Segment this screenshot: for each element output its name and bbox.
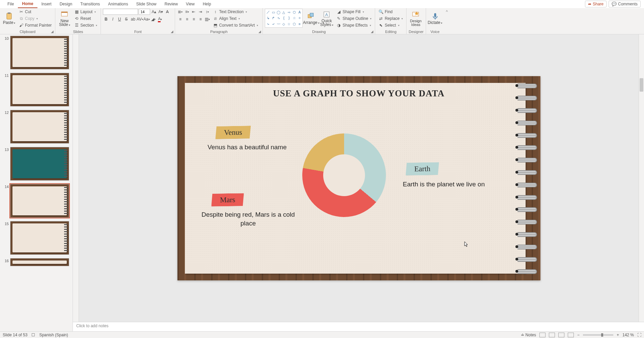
tab-design[interactable]: Design	[56, 0, 76, 8]
strike-button[interactable]: S	[123, 16, 129, 22]
dictate-button[interactable]: Dictate	[428, 9, 442, 28]
scrollbar-thumb[interactable]	[640, 78, 643, 92]
slide-thumb-12[interactable]	[10, 110, 69, 144]
slide-thumb-16[interactable]	[10, 258, 69, 266]
zoom-in-button[interactable]: +	[617, 333, 619, 337]
italic-button[interactable]: I	[110, 16, 116, 22]
justify-button[interactable]: ≡	[197, 16, 203, 22]
align-text-icon: ⎚	[213, 16, 218, 21]
align-center-button[interactable]: ≡	[184, 16, 190, 22]
new-slide-button[interactable]: New Slide	[57, 9, 72, 28]
convert-smartart-button[interactable]: ⬒Convert to SmartArt▾	[212, 22, 259, 28]
bullets-button[interactable]: ≣▾	[177, 9, 183, 15]
donut-chart[interactable]	[302, 133, 386, 217]
copy-button[interactable]: ⧉Copy▾	[18, 16, 53, 22]
line-spacing-button[interactable]: ↕▾	[204, 9, 210, 15]
numbering-button[interactable]: ≡▾	[184, 9, 190, 15]
tab-transitions[interactable]: Transitions	[76, 0, 104, 8]
slide-canvas[interactable]: USE A GRAPH TO SHOW YOUR DATA Venus Venu…	[79, 34, 639, 322]
zoom-slider-thumb[interactable]	[601, 333, 603, 337]
zoom-out-button[interactable]: −	[577, 333, 580, 337]
underline-button[interactable]: U	[116, 16, 122, 22]
slide-thumb-15[interactable]	[10, 221, 69, 255]
shapes-gallery[interactable]: ／ ▭ ◯ △ ⇨ ⬡ A ↳ ↱ ∿ { } ☆ ✧ ⤷ ⤶ 〰 ◇ ☆ ⬠	[265, 9, 303, 28]
font-name-combo[interactable]	[103, 9, 138, 15]
slideshow-view-button[interactable]	[568, 333, 574, 337]
paragraph-launcher[interactable]: ◢	[258, 30, 261, 33]
replace-button[interactable]: ⇄Replace▾	[377, 16, 404, 22]
font-color-button[interactable]: A▾	[157, 16, 163, 22]
venus-label-tape[interactable]: Venus	[215, 126, 251, 139]
venus-description[interactable]: Venus has a beautiful name	[205, 143, 289, 152]
tab-slideshow[interactable]: Slide Show	[132, 0, 161, 8]
reset-button[interactable]: ⟲Reset	[73, 16, 99, 22]
slide-thumb-10[interactable]	[10, 36, 69, 69]
shape-effects-button[interactable]: ◑Shape Effects▾	[335, 22, 373, 28]
zoom-percent[interactable]: 142 %	[622, 333, 634, 337]
char-spacing-button[interactable]: AV▾	[137, 16, 143, 22]
normal-view-button[interactable]	[539, 333, 545, 337]
slide-thumb-11[interactable]	[10, 73, 69, 106]
change-case-button[interactable]: Aa▾	[143, 16, 149, 22]
collapse-ribbon-button[interactable]: ^	[444, 8, 450, 34]
align-left-button[interactable]: ≡	[177, 16, 183, 22]
decrease-font-button[interactable]: A▾	[158, 9, 164, 15]
drawing-launcher[interactable]: ◢	[370, 30, 374, 33]
font-launcher[interactable]: ◢	[170, 30, 174, 33]
language-status[interactable]: Spanish (Spain)	[39, 333, 68, 337]
clear-formatting-button[interactable]: A̶	[164, 9, 170, 15]
share-button[interactable]: ➦Share	[585, 1, 607, 7]
select-button[interactable]: ⬉Select▾	[377, 22, 404, 28]
slide-thumb-13[interactable]	[10, 147, 69, 181]
tab-review[interactable]: Review	[161, 0, 182, 8]
section-button[interactable]: ☰Section▾	[73, 22, 99, 28]
align-right-button[interactable]: ≡	[191, 16, 197, 22]
tab-help[interactable]: Help	[199, 0, 215, 8]
design-ideas-button[interactable]: Design Ideas	[409, 9, 423, 28]
cut-button[interactable]: ✂Cut	[18, 9, 53, 15]
tab-home[interactable]: Home	[18, 0, 37, 8]
slide-thumbnails-panel[interactable]: 10 11 12 13 14 15 16	[0, 34, 73, 331]
mars-description[interactable]: Despite being red, Mars is a cold place	[201, 210, 296, 228]
quick-styles-button[interactable]: A Quick Styles	[319, 9, 334, 28]
shape-fill-button[interactable]: ◢Shape Fill▾	[335, 9, 373, 15]
font-size-combo[interactable]	[139, 9, 150, 15]
layout-button[interactable]: ▦Layout▾	[73, 9, 99, 15]
find-button[interactable]: 🔍Find	[377, 9, 404, 15]
earth-label-tape[interactable]: Earth	[405, 162, 439, 176]
clipboard-launcher[interactable]: ◢	[51, 30, 54, 33]
slide-thumb-14[interactable]	[10, 184, 69, 218]
tab-file[interactable]: File	[3, 0, 18, 8]
earth-description[interactable]: Earth is the planet we live on	[400, 180, 488, 189]
reading-view-button[interactable]	[558, 333, 564, 337]
notes-toggle[interactable]: ≐ Notes	[521, 333, 536, 337]
bold-button[interactable]: B	[103, 16, 109, 22]
slide[interactable]: USE A GRAPH TO SHOW YOUR DATA Venus Venu…	[177, 76, 540, 280]
slide-title[interactable]: USE A GRAPH TO SHOW YOUR DATA	[273, 88, 445, 99]
decrease-indent-button[interactable]: ⇤	[191, 9, 197, 15]
shape-connector2-icon: ⤶	[271, 21, 276, 27]
zoom-slider[interactable]	[583, 334, 613, 336]
sorter-view-button[interactable]	[549, 333, 555, 337]
vertical-scrollbar[interactable]	[639, 34, 644, 322]
increase-indent-button[interactable]: ⇥	[197, 9, 203, 15]
increase-font-button[interactable]: A▴	[151, 9, 157, 15]
paste-button[interactable]: Paste	[2, 9, 16, 28]
text-direction-button[interactable]: ↕Text Direction▾	[212, 9, 259, 15]
comments-button[interactable]: 💬Comments	[609, 1, 641, 7]
notes-pane[interactable]: Click to add notes	[73, 322, 644, 331]
columns-button[interactable]: ▥▾	[204, 16, 210, 22]
format-painter-button[interactable]: 🖌Format Painter	[18, 22, 53, 28]
mars-label-tape[interactable]: Mars	[211, 193, 244, 207]
shape-outline-button[interactable]: ✎Shape Outline▾	[335, 16, 373, 22]
arrange-button[interactable]: Arrange	[304, 9, 318, 28]
tab-animations[interactable]: Animations	[104, 0, 132, 8]
tab-view[interactable]: View	[182, 0, 199, 8]
accessibility-icon[interactable]: ☐	[31, 333, 35, 337]
align-text-button[interactable]: ⎚Align Text▾	[212, 16, 259, 22]
fit-to-window-button[interactable]: ⛶	[637, 333, 641, 337]
highlight-button[interactable]: ◢▾	[150, 16, 156, 22]
group-label-voice: Voice	[428, 29, 442, 34]
shadow-button[interactable]: ab	[130, 16, 136, 22]
tab-insert[interactable]: Insert	[37, 0, 56, 8]
